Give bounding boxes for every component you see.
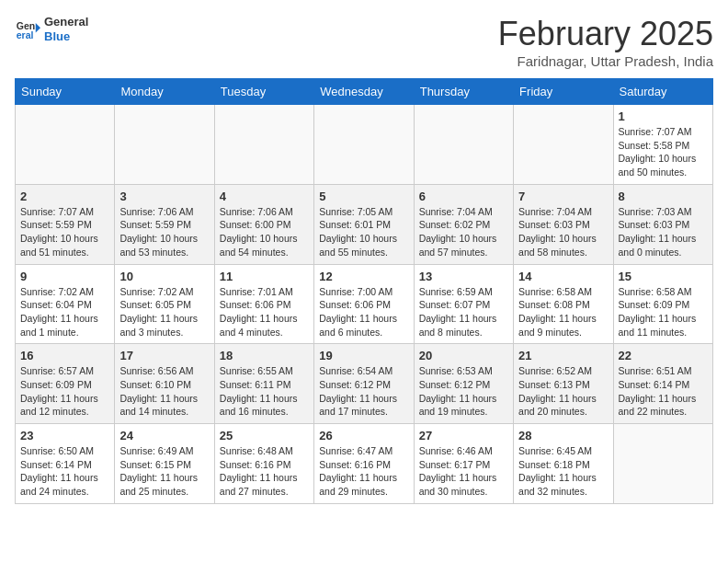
day-info: Sunrise: 6:54 AM Sunset: 6:12 PM Dayligh… xyxy=(319,364,408,419)
day-number: 27 xyxy=(419,429,508,442)
day-number: 13 xyxy=(419,270,508,283)
day-number: 2 xyxy=(20,190,109,203)
calendar-cell: 27Sunrise: 6:46 AM Sunset: 6:17 PM Dayli… xyxy=(414,424,513,504)
logo-general: General xyxy=(44,15,88,29)
weekday-header-sunday: Sunday xyxy=(16,79,115,105)
day-info: Sunrise: 7:07 AM Sunset: 5:58 PM Dayligh… xyxy=(619,125,708,179)
weekday-header-friday: Friday xyxy=(514,79,613,105)
calendar-cell: 8Sunrise: 7:03 AM Sunset: 6:03 PM Daylig… xyxy=(613,184,712,264)
calendar-cell xyxy=(613,424,712,504)
title-block: February 2025 Faridnagar, Uttar Pradesh,… xyxy=(498,15,713,69)
calendar-cell: 22Sunrise: 6:51 AM Sunset: 6:14 PM Dayli… xyxy=(613,344,712,424)
calendar-cell: 20Sunrise: 6:53 AM Sunset: 6:12 PM Dayli… xyxy=(414,344,513,424)
calendar-cell: 6Sunrise: 7:04 AM Sunset: 6:02 PM Daylig… xyxy=(414,184,513,264)
day-number: 4 xyxy=(220,190,309,203)
calendar-cell: 16Sunrise: 6:57 AM Sunset: 6:09 PM Dayli… xyxy=(16,344,115,424)
calendar-cell: 1Sunrise: 7:07 AM Sunset: 5:58 PM Daylig… xyxy=(613,105,712,185)
day-number: 9 xyxy=(20,270,109,283)
day-info: Sunrise: 6:49 AM Sunset: 6:15 PM Dayligh… xyxy=(119,444,209,499)
day-number: 18 xyxy=(220,349,309,362)
day-info: Sunrise: 6:45 AM Sunset: 6:18 PM Dayligh… xyxy=(518,444,608,499)
location-subtitle: Faridnagar, Uttar Pradesh, India xyxy=(498,53,713,69)
day-number: 24 xyxy=(119,429,209,442)
calendar-cell: 25Sunrise: 6:48 AM Sunset: 6:16 PM Dayli… xyxy=(214,424,313,504)
week-row-5: 23Sunrise: 6:50 AM Sunset: 6:14 PM Dayli… xyxy=(16,424,713,504)
week-row-3: 9Sunrise: 7:02 AM Sunset: 6:04 PM Daylig… xyxy=(16,264,713,344)
weekday-header-tuesday: Tuesday xyxy=(214,79,313,105)
day-number: 11 xyxy=(220,270,309,283)
calendar-cell: 10Sunrise: 7:02 AM Sunset: 6:05 PM Dayli… xyxy=(115,264,214,344)
calendar-cell: 21Sunrise: 6:52 AM Sunset: 6:13 PM Dayli… xyxy=(514,344,613,424)
calendar-cell: 11Sunrise: 7:01 AM Sunset: 6:06 PM Dayli… xyxy=(214,264,313,344)
day-number: 3 xyxy=(119,190,209,203)
day-number: 5 xyxy=(319,190,408,203)
calendar-cell xyxy=(115,105,214,185)
day-number: 22 xyxy=(619,349,708,362)
calendar-cell: 24Sunrise: 6:49 AM Sunset: 6:15 PM Dayli… xyxy=(115,424,214,504)
calendar-cell: 12Sunrise: 7:00 AM Sunset: 6:06 PM Dayli… xyxy=(314,264,414,344)
day-info: Sunrise: 6:56 AM Sunset: 6:10 PM Dayligh… xyxy=(119,364,209,419)
weekday-header-wednesday: Wednesday xyxy=(314,79,414,105)
day-info: Sunrise: 7:01 AM Sunset: 6:06 PM Dayligh… xyxy=(220,285,309,339)
logo-blue: Blue xyxy=(44,29,70,43)
calendar-cell xyxy=(414,105,513,185)
day-number: 21 xyxy=(518,349,608,362)
calendar-cell: 9Sunrise: 7:02 AM Sunset: 6:04 PM Daylig… xyxy=(16,264,115,344)
calendar-cell: 3Sunrise: 7:06 AM Sunset: 5:59 PM Daylig… xyxy=(115,184,214,264)
calendar-table: SundayMondayTuesdayWednesdayThursdayFrid… xyxy=(15,78,713,504)
day-info: Sunrise: 6:50 AM Sunset: 6:14 PM Dayligh… xyxy=(20,444,109,499)
day-info: Sunrise: 7:03 AM Sunset: 6:03 PM Dayligh… xyxy=(619,205,708,259)
day-info: Sunrise: 6:51 AM Sunset: 6:14 PM Dayligh… xyxy=(619,364,708,419)
month-year-title: February 2025 xyxy=(498,15,713,53)
calendar-cell: 15Sunrise: 6:58 AM Sunset: 6:09 PM Dayli… xyxy=(613,264,712,344)
calendar-cell xyxy=(214,105,313,185)
day-number: 26 xyxy=(319,429,408,442)
calendar-cell: 14Sunrise: 6:58 AM Sunset: 6:08 PM Dayli… xyxy=(514,264,613,344)
day-number: 8 xyxy=(619,190,708,203)
calendar-cell: 23Sunrise: 6:50 AM Sunset: 6:14 PM Dayli… xyxy=(16,424,115,504)
day-number: 12 xyxy=(319,270,408,283)
calendar-cell: 5Sunrise: 7:05 AM Sunset: 6:01 PM Daylig… xyxy=(314,184,414,264)
calendar-cell: 28Sunrise: 6:45 AM Sunset: 6:18 PM Dayli… xyxy=(514,424,613,504)
day-info: Sunrise: 7:07 AM Sunset: 5:59 PM Dayligh… xyxy=(20,205,109,259)
day-info: Sunrise: 6:55 AM Sunset: 6:11 PM Dayligh… xyxy=(220,364,309,419)
svg-text:eral: eral xyxy=(17,29,34,40)
day-info: Sunrise: 7:02 AM Sunset: 6:05 PM Dayligh… xyxy=(119,285,209,339)
day-number: 19 xyxy=(319,349,408,362)
day-info: Sunrise: 6:46 AM Sunset: 6:17 PM Dayligh… xyxy=(419,444,508,499)
day-number: 10 xyxy=(119,270,209,283)
calendar-cell: 2Sunrise: 7:07 AM Sunset: 5:59 PM Daylig… xyxy=(16,184,115,264)
day-info: Sunrise: 6:48 AM Sunset: 6:16 PM Dayligh… xyxy=(220,444,309,499)
day-info: Sunrise: 6:58 AM Sunset: 6:09 PM Dayligh… xyxy=(619,285,708,339)
calendar-cell: 19Sunrise: 6:54 AM Sunset: 6:12 PM Dayli… xyxy=(314,344,414,424)
weekday-header-thursday: Thursday xyxy=(414,79,513,105)
day-number: 14 xyxy=(518,270,608,283)
day-info: Sunrise: 6:58 AM Sunset: 6:08 PM Dayligh… xyxy=(518,285,608,339)
day-info: Sunrise: 6:59 AM Sunset: 6:07 PM Dayligh… xyxy=(419,285,508,339)
day-info: Sunrise: 7:05 AM Sunset: 6:01 PM Dayligh… xyxy=(319,205,408,259)
week-row-1: 1Sunrise: 7:07 AM Sunset: 5:58 PM Daylig… xyxy=(16,105,713,185)
day-info: Sunrise: 6:57 AM Sunset: 6:09 PM Dayligh… xyxy=(20,364,109,419)
day-number: 23 xyxy=(20,429,109,442)
calendar-cell: 26Sunrise: 6:47 AM Sunset: 6:16 PM Dayli… xyxy=(314,424,414,504)
calendar-cell xyxy=(16,105,115,185)
day-number: 15 xyxy=(619,270,708,283)
day-number: 20 xyxy=(419,349,508,362)
day-info: Sunrise: 6:52 AM Sunset: 6:13 PM Dayligh… xyxy=(518,364,608,419)
day-info: Sunrise: 6:53 AM Sunset: 6:12 PM Dayligh… xyxy=(419,364,508,419)
calendar-cell xyxy=(314,105,414,185)
calendar-cell: 18Sunrise: 6:55 AM Sunset: 6:11 PM Dayli… xyxy=(214,344,313,424)
day-info: Sunrise: 7:00 AM Sunset: 6:06 PM Dayligh… xyxy=(319,285,408,339)
svg-marker-2 xyxy=(36,23,40,33)
page-header: Gen eral General Blue February 2025 Fari… xyxy=(15,15,713,69)
logo-icon: Gen eral xyxy=(15,17,40,42)
calendar-cell: 7Sunrise: 7:04 AM Sunset: 6:03 PM Daylig… xyxy=(514,184,613,264)
day-number: 1 xyxy=(619,109,708,123)
day-info: Sunrise: 6:47 AM Sunset: 6:16 PM Dayligh… xyxy=(319,444,408,499)
day-info: Sunrise: 7:06 AM Sunset: 5:59 PM Dayligh… xyxy=(119,205,209,259)
weekday-header-monday: Monday xyxy=(115,79,214,105)
weekday-header-saturday: Saturday xyxy=(613,79,712,105)
week-row-4: 16Sunrise: 6:57 AM Sunset: 6:09 PM Dayli… xyxy=(16,344,713,424)
calendar-cell: 4Sunrise: 7:06 AM Sunset: 6:00 PM Daylig… xyxy=(214,184,313,264)
day-info: Sunrise: 7:04 AM Sunset: 6:02 PM Dayligh… xyxy=(419,205,508,259)
